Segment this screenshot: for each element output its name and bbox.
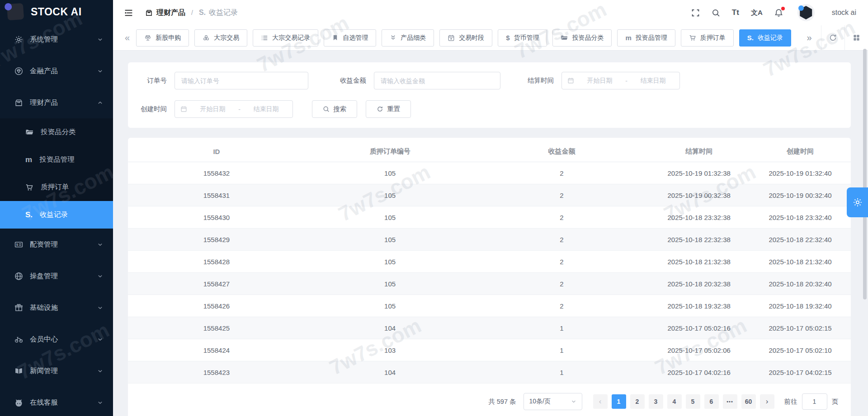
create-time-range-picker[interactable]: 开始日期 - 结束日期 [175, 100, 293, 118]
total-count: 共 597 条 [488, 397, 516, 406]
tab-trading-sessions[interactable]: 交易时段 [439, 29, 492, 47]
sidebar-item-infrastructure[interactable]: 基础设施 [0, 292, 113, 323]
top-header: 理财产品 / S. 收益记录 Tt 文A stock ai [113, 0, 868, 25]
page-button-last[interactable]: 60 [741, 394, 756, 409]
svg-text:$: $ [16, 243, 19, 247]
sidebar-item-wealth[interactable]: 理财产品 [0, 87, 113, 118]
sidebar-item-invest-category[interactable]: 投资品分类 [0, 118, 113, 146]
m-icon: m [25, 155, 32, 164]
breadcrumb-parent[interactable]: 理财产品 [145, 8, 185, 18]
cell-settle-time: 2025-10-18 23:32:38 [648, 214, 750, 221]
reset-button[interactable]: 重置 [366, 100, 411, 118]
dollar-icon: $ [506, 34, 509, 42]
tab-new-stock[interactable]: 新股申购 [136, 29, 189, 47]
sidebar-item-news[interactable]: 新闻管理 [0, 355, 113, 387]
cell-id: 1558429 [128, 236, 305, 243]
avatar[interactable] [797, 4, 815, 21]
vertical-scrollbar[interactable] [863, 49, 867, 299]
cell-order-no: 105 [305, 258, 475, 266]
biohazard-icon [203, 34, 210, 42]
page-button-5[interactable]: 5 [686, 394, 700, 409]
sidebar-item-allocation[interactable]: $ 配资管理 [0, 229, 113, 260]
cell-create-time: 2025-10-18 22:32:40 [750, 236, 851, 243]
column-header-create-time: 创建时间 [750, 147, 851, 156]
grid-layout-icon[interactable] [844, 25, 868, 51]
logo-text: STOCK AI [31, 6, 82, 18]
main-area: 理财产品 / S. 收益记录 Tt 文A stock ai « [113, 0, 868, 416]
search-icon[interactable] [712, 9, 720, 17]
cell-id: 1558432 [128, 169, 305, 177]
chevron-up-icon [97, 100, 103, 106]
font-size-icon[interactable]: Tt [732, 8, 739, 17]
prev-page-button[interactable]: ‹ [593, 394, 608, 409]
cell-order-no: 105 [305, 192, 475, 199]
chevron-down-icon [97, 68, 103, 74]
tab-block-trade[interactable]: 大宗交易 [194, 29, 247, 47]
sidebar-item-support[interactable]: 在线客服 [0, 387, 113, 416]
sidebar-item-invest-manage[interactable]: m 投资品管理 [0, 146, 113, 173]
end-date-placeholder: 结束日期 [632, 77, 674, 85]
table-row: 1558423 104 1 2025-10-17 04:02:16 2025-1… [128, 361, 851, 383]
fullscreen-icon[interactable] [691, 9, 700, 17]
sidebar-item-profit-records[interactable]: S. 收益记录 [0, 201, 113, 229]
sidebar-item-members[interactable]: 会员中心 [0, 323, 113, 355]
goto-page: 前往 页 [784, 393, 839, 410]
tab-profit-records[interactable]: S. 收益记录 [739, 29, 791, 47]
tabs-scroll-right-icon[interactable]: » [797, 25, 821, 51]
chevron-down-icon [97, 400, 103, 406]
settle-time-range-picker[interactable]: 开始日期 - 结束日期 [561, 72, 680, 89]
page-button-4[interactable]: 4 [667, 394, 682, 409]
tab-bar: « 新股申购 大宗交易 大宗交易记录 自选管理 产品细类 [113, 25, 868, 51]
next-page-button[interactable]: › [760, 394, 774, 409]
cell-create-time: 2025-10-17 05:02:15 [750, 324, 851, 332]
cell-settle-time: 2025-10-19 01:32:38 [648, 169, 750, 177]
order-no-input[interactable] [175, 72, 308, 89]
column-header-id: ID [128, 148, 305, 155]
cell-id: 1558425 [128, 324, 305, 332]
tab-invest-category[interactable]: 投资品分类 [552, 29, 612, 47]
cell-id: 1558428 [128, 258, 305, 266]
refresh-icon[interactable] [821, 25, 844, 51]
refresh-icon [377, 106, 383, 112]
calendar-icon [448, 34, 455, 42]
more-pages-button[interactable]: ••• [723, 394, 737, 409]
gear-icon [853, 197, 863, 207]
tab-currency-manage[interactable]: $ 货币管理 [498, 29, 547, 47]
sidebar-item-trading[interactable]: 操盘管理 [0, 260, 113, 292]
per-page-select[interactable]: 10条/页 [524, 393, 582, 410]
cell-create-time: 2025-10-18 23:32:40 [750, 214, 851, 221]
sidebar-item-label: 收益记录 [40, 210, 68, 220]
user-name[interactable]: stock ai [832, 9, 856, 17]
create-time-label: 创建时间 [139, 105, 167, 113]
cell-settle-time: 2025-10-18 19:32:38 [648, 302, 750, 310]
tab-product-subtypes[interactable]: 产品细类 [382, 29, 434, 47]
hamburger-menu-icon[interactable] [124, 8, 133, 18]
avatar-dot [798, 5, 804, 11]
page-button-2[interactable]: 2 [630, 394, 645, 409]
translate-icon[interactable]: 文A [751, 9, 763, 17]
goto-page-input[interactable] [802, 393, 827, 410]
tab-pledge-orders[interactable]: 质押订单 [681, 29, 734, 47]
tab-invest-manage[interactable]: m 投资品管理 [617, 29, 675, 47]
sidebar-item-finance[interactable]: 金融产品 [0, 55, 113, 87]
sidebar-item-system[interactable]: 系统管理 [0, 23, 113, 55]
settings-fab-button[interactable] [847, 187, 868, 217]
sidebar: STOCK AI 系统管理 金融产品 理财产品 投资品分类 m 投资品管理 质押… [0, 0, 113, 416]
s-dollar-icon: S. [199, 9, 206, 17]
tabs-scroll-left-icon[interactable]: « [120, 33, 134, 43]
sidebar-item-label: 金融产品 [30, 66, 58, 76]
notification-bell-icon[interactable] [774, 9, 783, 17]
search-button[interactable]: 搜索 [312, 100, 357, 118]
date-separator: - [625, 77, 627, 84]
cell-create-time: 2025-10-18 20:32:40 [750, 280, 851, 288]
tab-watchlist[interactable]: 自选管理 [324, 29, 376, 47]
page-button-3[interactable]: 3 [649, 394, 663, 409]
tab-block-trade-records[interactable]: 大宗交易记录 [253, 29, 318, 47]
sidebar-item-pledge-orders[interactable]: 质押订单 [0, 173, 113, 201]
cell-create-time: 2025-10-17 05:02:10 [750, 346, 851, 354]
profit-amount-input[interactable] [374, 72, 500, 89]
page-button-1[interactable]: 1 [612, 394, 626, 409]
page-button-6[interactable]: 6 [704, 394, 719, 409]
cell-order-no: 105 [305, 302, 475, 310]
sidebar-item-label: 理财产品 [30, 98, 58, 108]
